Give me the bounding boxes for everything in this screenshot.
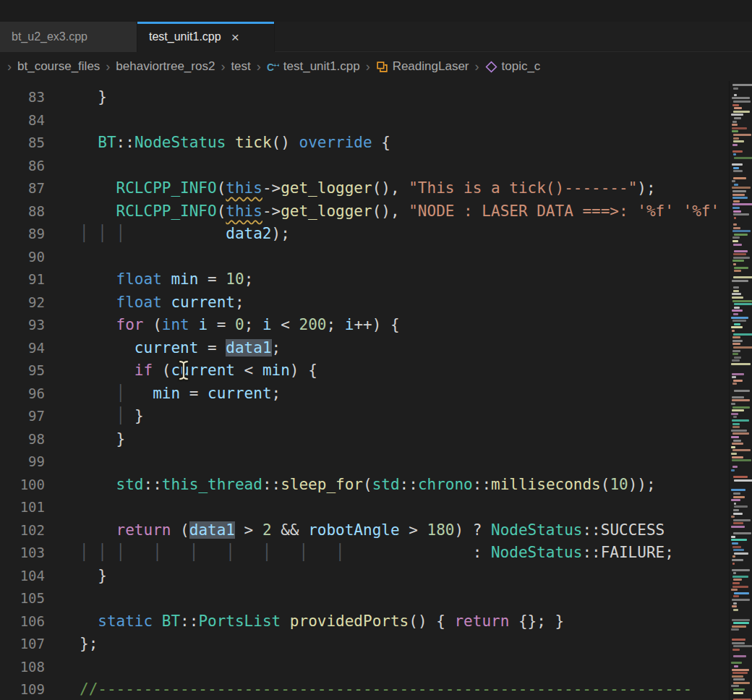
minimap-line [731,403,735,405]
title-bar [0,0,752,22]
line-number[interactable]: 85 [0,132,45,155]
line-number[interactable]: 86 [0,155,45,178]
minimap-line [733,177,746,179]
code-token: ; [272,339,281,357]
code-line-content[interactable]: │ │ │ data2); [80,223,290,246]
line-number[interactable]: 96 [0,383,45,406]
code-token [189,316,199,333]
line-number[interactable]: 102 [0,519,45,542]
code-line-content[interactable]: } [80,565,107,588]
editor[interactable]: 83 }8485 BT::NodeStatus tick() override … [0,81,752,700]
code-line-content[interactable]: float current; [80,291,244,315]
code-area[interactable]: 83 }8485 BT::NodeStatus tick() override … [0,81,729,700]
code-line: 104 } [0,565,729,588]
tab-bt-u2-ex3-cpp[interactable]: bt_u2_ex3.cpp [0,22,137,52]
minimap-line [733,579,742,581]
code-line-content[interactable]: │ min = current; [80,383,281,406]
line-number[interactable]: 92 [0,291,45,315]
minimap-line [732,563,735,565]
code-line-content[interactable]: }; [80,633,98,656]
line-number[interactable]: 99 [0,451,45,474]
line-number[interactable]: 101 [0,496,45,519]
breadcrumb-item-test-unit1-cpp[interactable]: C++test_unit1.cpp [267,59,360,74]
code-line-content[interactable]: BT::NodeStatus tick() override { [80,132,390,155]
line-number[interactable]: 98 [0,428,45,451]
minimap-line [733,380,743,382]
method-symbol-icon [485,61,497,73]
tab-label: test_unit1.cpp [149,30,221,43]
line-number[interactable]: 91 [0,268,45,291]
code-token: ); [272,225,290,242]
code-line-content[interactable]: } [80,428,125,451]
minimap-line [734,323,740,325]
line-number[interactable]: 93 [0,314,45,337]
line-number[interactable]: 107 [0,633,45,656]
minimap-line [731,436,739,438]
code-line-content[interactable]: RCLCPP_INFO(this->get_logger(), "This is… [80,177,656,200]
code-token [162,294,171,311]
code-line-content[interactable]: return (data1 > 2 && robotAngle > 180) ?… [80,519,665,542]
line-number[interactable]: 94 [0,337,45,360]
breadcrumb-item-behaviortree-ros2[interactable]: behaviortree_ros2 [116,59,215,74]
minimap-line [732,203,752,205]
breadcrumb-item-test[interactable]: test [231,59,250,74]
code-token: 200 [299,316,327,333]
minimap-line [732,350,740,352]
line-number[interactable]: 109 [0,678,45,700]
tab-test-unit1-cpp[interactable]: test_unit1.cpp× [137,22,275,52]
line-number[interactable]: 108 [0,656,45,679]
code-line-content[interactable]: float min = 10; [80,268,253,291]
code-line-content[interactable]: if (current < min) { [80,359,317,383]
line-number[interactable]: 103 [0,542,45,565]
code-token [125,225,226,242]
code-line-content[interactable]: RCLCPP_INFO(this->get_logger(), "NODE : … [80,200,719,223]
minimap-line [732,605,737,607]
line-number[interactable]: 90 [0,246,45,269]
code-token: } [80,430,125,448]
minimap-line [732,423,740,425]
minimap[interactable] [729,81,752,700]
line-number[interactable]: 89 [0,223,45,246]
code-token: providedPorts [290,612,409,630]
minimap-line [731,489,745,491]
minimap-line [734,390,750,392]
line-number[interactable]: 84 [0,109,45,132]
line-number[interactable]: 106 [0,610,45,633]
line-number[interactable]: 88 [0,200,45,223]
code-line-content[interactable]: //--------------------------------------… [80,678,692,700]
minimap-line [732,187,751,189]
minimap-line [734,157,752,159]
code-line-content[interactable]: static BT::PortsList providedPorts() { r… [80,610,564,633]
line-number[interactable]: 104 [0,565,45,588]
code-line-content[interactable]: current = data1; [80,337,281,360]
code-token: i [345,316,354,333]
minimap-line [732,293,741,295]
minimap-line [731,317,748,319]
line-number[interactable]: 83 [0,86,45,109]
line-number[interactable]: 105 [0,587,45,610]
code-token [226,134,235,151]
code-line-content[interactable]: std::this_thread::sleep_for(std::chrono:… [80,474,656,497]
code-token: │ [116,385,126,402]
line-number[interactable]: 95 [0,359,45,383]
minimap-line [731,161,751,163]
code-line-content[interactable]: for (int i = 0; i < 200; i++) { [80,314,400,337]
minimap-line [731,147,751,149]
minimap-line [732,396,744,398]
minimap-line [732,406,750,409]
close-icon[interactable]: × [231,30,239,44]
line-number[interactable]: 87 [0,177,45,200]
code-line-content[interactable]: } [80,86,107,109]
minimap-line [731,685,739,687]
breadcrumb-item-bt-course-files[interactable]: bt_course_files [17,59,100,74]
code-token: < [272,316,299,333]
code-line: 95 if (current < min) { [0,359,729,383]
minimap-line [733,609,738,611]
minimap-line [731,366,751,368]
line-number[interactable]: 100 [0,474,45,497]
code-line-content[interactable]: │ } [80,405,144,428]
breadcrumb-item-topic-c[interactable]: topic_c [485,59,541,74]
breadcrumb-item-readinglaser[interactable]: ReadingLaser [376,59,469,74]
line-number[interactable]: 97 [0,405,45,428]
code-line-content[interactable]: │ │ │ │ │ │ │ │ │ : NodeStatus::FAILURE; [80,542,674,565]
